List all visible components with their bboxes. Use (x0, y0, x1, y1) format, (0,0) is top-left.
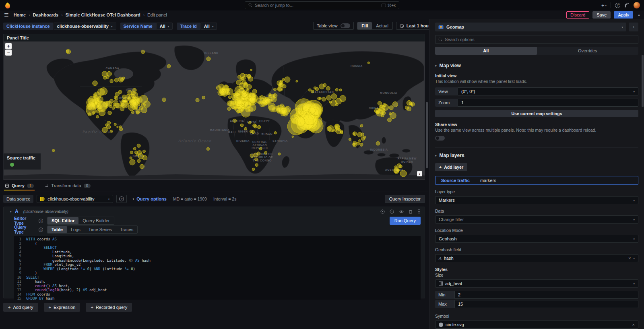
discard-button[interactable]: Discard (566, 11, 589, 19)
world-map[interactable]: RUSSIACANADAICELANDUNITEDSTATESKAZAKHSTA… (4, 41, 425, 180)
news-icon[interactable] (624, 3, 630, 8)
view-label: View (435, 87, 458, 95)
global-search[interactable]: ⌘+k (245, 1, 399, 9)
sql-code-editor[interactable]: 1WITH coords AS2 (3 SELECT4 Latitude,5 L… (14, 236, 421, 300)
clear-icon[interactable]: × (632, 322, 635, 327)
map-marker (196, 98, 199, 102)
map-marker (233, 93, 236, 96)
symbol-select[interactable]: circle.svg × (435, 321, 638, 329)
user-avatar[interactable] (634, 2, 640, 8)
size-field-select[interactable]: adj_heat (435, 279, 638, 288)
collapse-query-icon[interactable] (10, 210, 12, 213)
recorded-query-button[interactable]: +Recorded query (86, 303, 132, 312)
section-map-view[interactable]: Map view (435, 63, 638, 68)
map-marker (244, 127, 247, 130)
data-filter-select[interactable]: Change filter (435, 215, 638, 223)
variable-value-dropdown[interactable]: clickhouse-observability (54, 23, 116, 30)
run-query-button[interactable]: Run Query (390, 217, 421, 225)
share-view-toggle[interactable] (435, 136, 445, 141)
code-line: 13 round(log10(heat), 2) AS adj_heat (14, 288, 421, 292)
datasource-help-button[interactable]: ? (116, 195, 127, 203)
actual-option[interactable]: Actual (372, 22, 392, 29)
geohash-field-select[interactable]: A hash × (435, 254, 638, 262)
panel-title[interactable]: Panel Title (4, 34, 425, 41)
datasource-select[interactable]: clickhouse-observability (37, 195, 113, 203)
breadcrumb-item[interactable]: Home (14, 12, 26, 17)
section-map-layers[interactable]: Map layers (435, 153, 638, 158)
map-zoom-in-button[interactable]: + (5, 43, 12, 49)
min-input[interactable]: 2 (454, 291, 638, 299)
use-current-map-settings-button[interactable]: Use current map settings (435, 110, 638, 117)
options-search[interactable] (435, 35, 638, 44)
layer-item[interactable]: Source traffic markers (435, 176, 638, 185)
variable-value-dropdown[interactable]: All (156, 23, 173, 30)
clear-icon[interactable]: × (628, 256, 631, 261)
map-canvas[interactable]: RUSSIACANADAICELANDUNITEDSTATESKAZAKHSTA… (4, 41, 425, 180)
options-scrollbar[interactable] (642, 35, 644, 329)
layer-type-select[interactable]: Markers (435, 196, 638, 204)
query-inspector-button[interactable]: Query Inspector (385, 195, 425, 203)
visualization-picker[interactable]: Geomap (435, 23, 626, 31)
map-marker (382, 111, 386, 115)
add-layer-button[interactable]: +Add layer (435, 163, 467, 171)
query-builder-option[interactable]: Query Builder (78, 217, 114, 224)
query-type-time-series[interactable]: Time Series (85, 226, 116, 233)
breadcrumb-item[interactable]: Dashboards (33, 12, 59, 17)
apply-button[interactable]: Apply (614, 11, 633, 19)
map-marker (141, 107, 147, 113)
code-line: 3 SELECT (14, 246, 421, 250)
menu-toggle-icon[interactable]: ☰ (4, 12, 9, 18)
query-options-toggle[interactable]: Query options (132, 197, 167, 201)
query-ref-id[interactable]: A (15, 209, 19, 214)
plus-icon: + (439, 165, 442, 170)
breadcrumb-separator: › (143, 13, 144, 17)
map-marker (392, 101, 398, 107)
tab-transform-data[interactable]: Transform data0 (43, 182, 91, 190)
fill-option[interactable]: Fill (357, 22, 372, 29)
tab-query[interactable]: Query1 (4, 182, 35, 190)
table-view-toggle[interactable] (341, 23, 350, 28)
collapse-options-icon[interactable] (638, 13, 640, 17)
breadcrumb-item[interactable]: Simple ClickHouse OTel Dashboard (65, 12, 140, 17)
history-icon[interactable] (390, 209, 394, 214)
expression-button[interactable]: +Expression (44, 303, 80, 312)
plus-icon: + (49, 305, 51, 310)
zoom-input[interactable]: 1 (458, 99, 638, 107)
query-type-logs[interactable]: Logs (67, 226, 85, 233)
view-select[interactable]: (0°, 0°) (458, 87, 638, 95)
add-menu-button[interactable]: + (601, 2, 607, 8)
map-marker (376, 110, 378, 113)
map-zoom-out-button[interactable]: − (5, 50, 12, 56)
search-input[interactable] (255, 3, 379, 8)
map-marker (206, 57, 211, 61)
grafana-logo-icon[interactable] (4, 2, 11, 9)
map-marker (250, 130, 253, 133)
map-marker (114, 78, 118, 82)
sql-editor-option[interactable]: SQL Editor (47, 217, 78, 224)
table-view-control: Table view (313, 22, 354, 30)
add-query-button[interactable]: +Add query (3, 303, 38, 312)
variable-value-dropdown[interactable]: All (200, 23, 217, 30)
map-marker (340, 95, 346, 102)
query-type-traces[interactable]: Traces (116, 226, 137, 233)
geomap-icon (438, 25, 444, 30)
map-marker (285, 77, 290, 83)
chevron-down-icon (111, 25, 113, 28)
map-marker (367, 62, 369, 64)
drag-handle-icon[interactable] (417, 209, 421, 214)
save-button[interactable]: Save (592, 11, 611, 19)
eye-icon[interactable] (399, 209, 404, 214)
datasource-label: Data source (3, 195, 33, 203)
help-icon[interactable]: ? (615, 3, 620, 8)
tab-all[interactable]: All (435, 47, 537, 55)
tab-overrides[interactable]: Overrides (537, 47, 639, 55)
collapse-pane-button[interactable] (629, 23, 638, 31)
max-input[interactable]: 15 (454, 300, 638, 308)
location-mode-select[interactable]: Geohash (435, 235, 638, 243)
help-circle-icon[interactable] (380, 209, 385, 214)
options-search-input[interactable] (445, 37, 635, 42)
map-attribution-button[interactable]: i (417, 171, 422, 176)
content-scrollbar[interactable] (426, 19, 428, 329)
trash-icon[interactable] (409, 209, 413, 214)
query-type-table[interactable]: Table (47, 226, 67, 233)
